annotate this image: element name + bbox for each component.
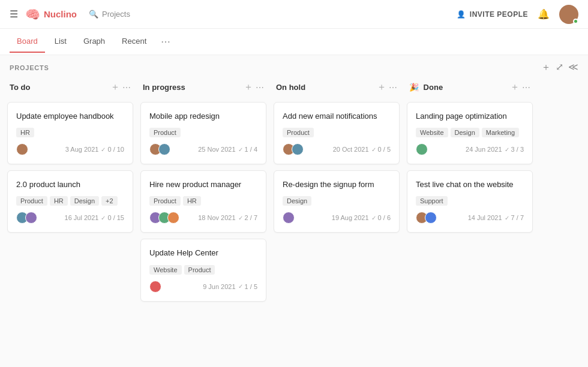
card-redesign-signup[interactable]: Re-design the signup form Design 19 Aug … bbox=[274, 170, 400, 233]
card-title: Re-design the signup form bbox=[283, 179, 391, 190]
board-header: PROJECTS ＋ ⤢ ≪ bbox=[0, 55, 588, 77]
tag: Product bbox=[283, 128, 314, 137]
column-title-todo: To do bbox=[10, 83, 110, 92]
card-date: 16 Jul 2021 bbox=[65, 214, 99, 221]
avatar bbox=[16, 143, 28, 155]
tab-board[interactable]: Board bbox=[10, 31, 45, 53]
user-avatar-wrap[interactable] bbox=[559, 5, 578, 24]
card-product-launch[interactable]: 2.0 product launch Product HR Design +2 … bbox=[7, 170, 133, 233]
card-live-chat[interactable]: Test live chat on the website Support 14… bbox=[407, 170, 533, 233]
projects-label: PROJECTS bbox=[10, 64, 541, 71]
card-footer: 20 Oct 2021 ✓ 0 / 5 bbox=[283, 143, 391, 155]
card-date: 19 Aug 2021 bbox=[332, 214, 369, 221]
invite-people-button[interactable]: 👤 INVITE PEOPLE bbox=[457, 10, 528, 19]
card-date: 20 Oct 2021 bbox=[333, 146, 369, 153]
avatar bbox=[416, 143, 428, 155]
tag: Product bbox=[16, 196, 47, 206]
tag: Design bbox=[451, 128, 479, 137]
tabs-more-button[interactable]: ⋯ bbox=[156, 34, 175, 50]
card-tags: Product bbox=[149, 128, 257, 137]
card-date: 3 Aug 2021 bbox=[65, 146, 99, 153]
tag: Website bbox=[149, 265, 182, 275]
column-add-todo[interactable]: ＋ bbox=[110, 81, 120, 94]
card-check: ✓ 0 / 5 bbox=[371, 146, 391, 153]
card-date: 14 Jul 2021 bbox=[468, 214, 502, 221]
card-footer: 16 Jul 2021 ✓ 0 / 15 bbox=[16, 212, 124, 224]
card-footer: 3 Aug 2021 ✓ 0 / 10 bbox=[16, 143, 124, 155]
tag: Design bbox=[283, 196, 311, 206]
card-footer: 24 Jun 2021 ✓ 3 / 3 bbox=[416, 143, 524, 155]
notifications-icon[interactable]: 🔔 bbox=[538, 8, 550, 20]
card-update-employee-handbook[interactable]: Update employee handbook HR 3 Aug 2021 ✓… bbox=[7, 102, 133, 164]
column-todo: To do ＋ ⋯ Update employee handbook HR 3 … bbox=[7, 77, 133, 308]
tab-list[interactable]: List bbox=[47, 31, 74, 53]
column-done: 🎉 Done ＋ ⋯ Landing page optimization Web… bbox=[407, 77, 533, 308]
column-more-todo[interactable]: ⋯ bbox=[122, 83, 131, 92]
board-collapse-button[interactable]: ≪ bbox=[568, 61, 578, 74]
card-title: Mobile app redesign bbox=[149, 111, 257, 122]
card-meta: 3 Aug 2021 ✓ 0 / 10 bbox=[65, 146, 124, 153]
card-avatars bbox=[149, 143, 167, 155]
card-avatars bbox=[149, 281, 158, 293]
online-dot bbox=[573, 19, 578, 24]
card-footer: 25 Nov 2021 ✓ 1 / 4 bbox=[149, 143, 257, 155]
card-date: 9 Jun 2021 bbox=[203, 283, 235, 290]
column-add-onhold[interactable]: ＋ bbox=[377, 81, 386, 94]
card-meta: 18 Nov 2021 ✓ 2 / 7 bbox=[198, 214, 257, 221]
logo-text: Nuclino bbox=[44, 9, 77, 19]
column-more-done[interactable]: ⋯ bbox=[522, 83, 530, 92]
column-title-done: 🎉 Done bbox=[409, 83, 510, 92]
avatar bbox=[158, 143, 170, 155]
column-header-onhold: On hold ＋ ⋯ bbox=[274, 77, 400, 97]
card-tags: Product bbox=[283, 128, 391, 137]
card-avatars bbox=[416, 212, 434, 224]
card-meta: 14 Jul 2021 ✓ 7 / 7 bbox=[468, 214, 524, 221]
card-hire-product-manager[interactable]: Hire new product manager Product HR 18 N… bbox=[140, 170, 266, 233]
card-title: 2.0 product launch bbox=[16, 179, 124, 190]
column-more-inprogress[interactable]: ⋯ bbox=[256, 83, 264, 92]
card-avatars bbox=[16, 212, 34, 224]
card-check: ✓ 3 / 3 bbox=[505, 146, 524, 153]
logo[interactable]: 🧠 Nuclino bbox=[25, 7, 77, 22]
app-header: ☰ 🧠 Nuclino 🔍 Projects 👤 INVITE PEOPLE 🔔 bbox=[0, 0, 588, 29]
column-add-inprogress[interactable]: ＋ bbox=[244, 81, 253, 94]
column-more-onhold[interactable]: ⋯ bbox=[389, 83, 397, 92]
card-footer: 19 Aug 2021 ✓ 0 / 6 bbox=[283, 212, 391, 224]
card-meta: 9 Jun 2021 ✓ 1 / 5 bbox=[203, 283, 257, 290]
tag: Website bbox=[416, 128, 448, 137]
column-header-inprogress: In progress ＋ ⋯ bbox=[140, 77, 266, 97]
card-email-notifications[interactable]: Add new email notifications Product 20 O… bbox=[274, 102, 400, 164]
card-title: Hire new product manager bbox=[149, 179, 257, 190]
card-check: ✓ 2 / 7 bbox=[238, 214, 257, 221]
columns-container: To do ＋ ⋯ Update employee handbook HR 3 … bbox=[0, 77, 588, 315]
board-area: PROJECTS ＋ ⤢ ≪ To do ＋ ⋯ Update employee… bbox=[0, 55, 588, 367]
avatar bbox=[25, 212, 37, 224]
card-meta: 24 Jun 2021 ✓ 3 / 3 bbox=[466, 146, 524, 153]
avatar bbox=[292, 143, 304, 155]
column-add-done[interactable]: ＋ bbox=[510, 81, 520, 94]
card-landing-page[interactable]: Landing page optimization Website Design… bbox=[407, 102, 533, 164]
card-tags: Website Design Marketing bbox=[416, 128, 524, 137]
card-meta: 25 Nov 2021 ✓ 1 / 4 bbox=[198, 146, 257, 153]
card-title: Update Help Center bbox=[149, 248, 257, 258]
tag: HR bbox=[50, 196, 68, 206]
board-header-actions: ＋ ⤢ ≪ bbox=[541, 61, 578, 74]
tag: Product bbox=[149, 128, 181, 137]
card-check: ✓ 1 / 4 bbox=[238, 146, 257, 153]
done-emoji: 🎉 bbox=[409, 83, 419, 92]
search-icon: 🔍 bbox=[89, 10, 98, 19]
card-avatars bbox=[149, 212, 176, 224]
column-title-inprogress: In progress bbox=[143, 83, 244, 92]
board-add-button[interactable]: ＋ bbox=[541, 61, 551, 74]
tab-recent[interactable]: Recent bbox=[115, 31, 154, 53]
search-label[interactable]: Projects bbox=[102, 10, 130, 19]
tab-graph[interactable]: Graph bbox=[76, 31, 112, 53]
card-footer: 18 Nov 2021 ✓ 2 / 7 bbox=[149, 212, 257, 224]
logo-icon: 🧠 bbox=[25, 7, 40, 22]
card-update-help-center[interactable]: Update Help Center Website Product 9 Jun… bbox=[140, 239, 266, 301]
card-meta: 16 Jul 2021 ✓ 0 / 15 bbox=[65, 214, 124, 221]
board-expand-button[interactable]: ⤢ bbox=[556, 61, 563, 74]
menu-icon[interactable]: ☰ bbox=[10, 8, 18, 20]
card-mobile-app-redesign[interactable]: Mobile app redesign Product 25 Nov 2021 … bbox=[140, 102, 266, 164]
card-tags: Website Product bbox=[149, 265, 257, 275]
